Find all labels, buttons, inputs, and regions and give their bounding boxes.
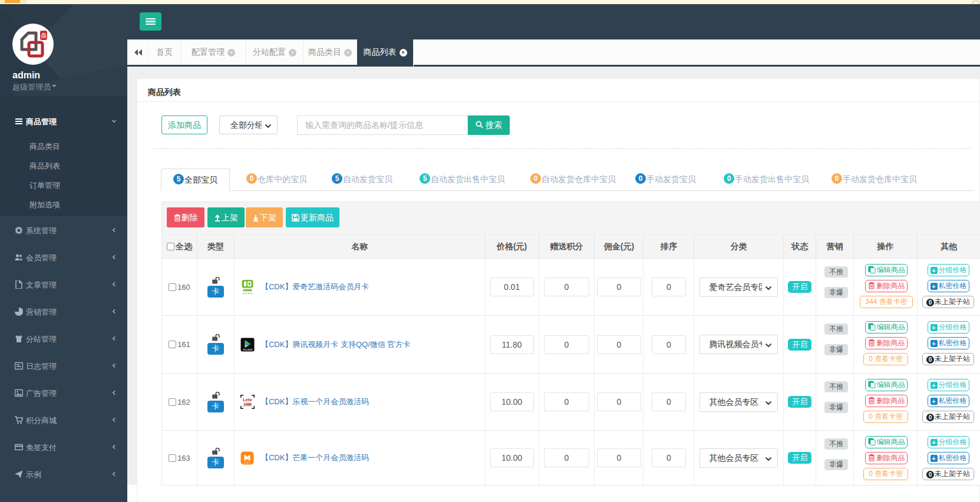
svg-text:乐视网: 乐视网 — [243, 402, 252, 407]
svg-text:Letv: Letv — [243, 397, 252, 402]
svg-text:鼎: 鼎 — [41, 32, 47, 39]
svg-text:芒果TV: 芒果TV — [244, 461, 252, 464]
